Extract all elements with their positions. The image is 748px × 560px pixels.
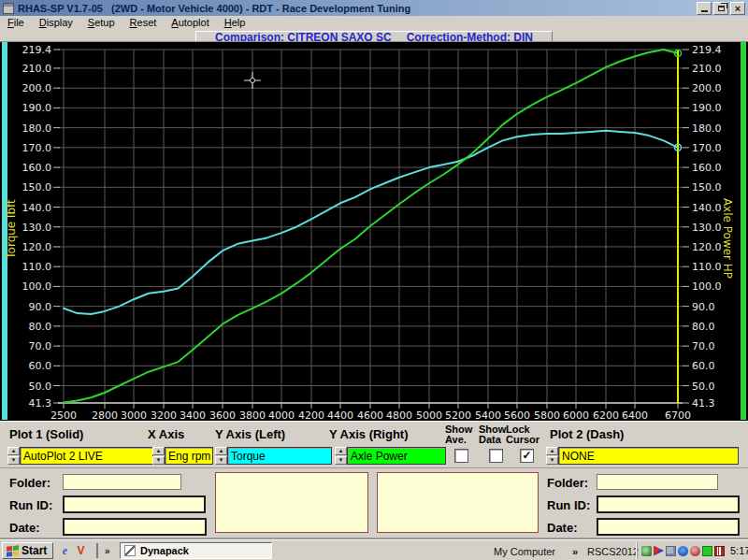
yaxis-right-label: Y Axis (Right): [329, 427, 409, 441]
cursor-line: [675, 50, 682, 403]
svg-text:60.0: 60.0: [29, 360, 52, 372]
svg-text:130.0: 130.0: [22, 222, 52, 234]
title-bar: RHAS-SP V1.7-05 (2WD - Motor Vehicle 400…: [0, 0, 748, 16]
svg-text:210.0: 210.0: [692, 63, 722, 75]
spin-up-icon[interactable]: ▲: [215, 447, 227, 455]
show-data-checkbox[interactable]: [489, 449, 503, 463]
runid-input-right[interactable]: [597, 495, 740, 513]
run-info-panel: Folder: Run ID: Date: Folder: Run ID: Da…: [0, 467, 748, 539]
svg-text:180.0: 180.0: [22, 122, 52, 135]
folder-input-left[interactable]: [63, 474, 181, 490]
date-label-left: Date:: [9, 521, 40, 535]
spin-down-icon[interactable]: ▼: [546, 456, 558, 465]
spin-up-icon[interactable]: ▲: [7, 447, 20, 455]
spin-up-icon[interactable]: ▲: [152, 447, 165, 455]
start-button[interactable]: Start: [2, 542, 53, 559]
svg-text:200.0: 200.0: [22, 82, 52, 94]
menu-display[interactable]: Display: [32, 17, 80, 28]
yaxis-left-select[interactable]: Torque: [227, 447, 332, 465]
svg-text:190.0: 190.0: [692, 102, 722, 114]
svg-text:100.0: 100.0: [692, 280, 722, 293]
svg-text:110.0: 110.0: [22, 261, 52, 273]
toolbar-my-computer[interactable]: My Computer: [494, 546, 555, 557]
minimize-icon: [701, 10, 708, 12]
spin-down-icon[interactable]: ▼: [152, 456, 165, 465]
svg-text:50.0: 50.0: [692, 381, 715, 393]
internet-explorer-icon[interactable]: e: [58, 544, 72, 558]
v-app-icon[interactable]: V: [74, 544, 88, 558]
spin-down-icon[interactable]: ▼: [335, 456, 347, 465]
menu-file[interactable]: File: [0, 17, 32, 28]
svg-text:150.0: 150.0: [692, 181, 722, 194]
document-icon: [96, 543, 98, 558]
right-axis-title: Axle Power HP: [721, 198, 734, 279]
spin-down-icon[interactable]: ▼: [7, 456, 20, 465]
menu-reset[interactable]: Reset: [122, 17, 165, 28]
close-icon: ×: [735, 4, 741, 13]
svg-text:170.0: 170.0: [22, 142, 52, 154]
show-data-label: ShowData: [479, 424, 506, 445]
folder-label-right: Folder:: [547, 476, 588, 490]
svg-text:90.0: 90.0: [29, 301, 52, 313]
right-axis-color-bar: [741, 42, 746, 420]
toolbar-chevron[interactable]: »: [572, 546, 578, 557]
plot2-spinner: ▲ ▼: [546, 447, 558, 465]
dyno-plot[interactable]: 219.4210.0200.0190.0180.0170.0160.0150.0…: [0, 42, 748, 422]
comparison-strip: Comparison: CITREON SAXO SCCorrection-Me…: [0, 28, 748, 41]
menu-help[interactable]: Help: [217, 17, 253, 28]
svg-text:180.0: 180.0: [692, 122, 722, 135]
tray-green-square-icon[interactable]: [702, 546, 712, 556]
svg-text:120.0: 120.0: [692, 241, 722, 253]
close-button[interactable]: ×: [730, 2, 745, 15]
date-input-left[interactable]: [63, 518, 207, 536]
app-icon: [3, 3, 14, 14]
restore-icon: [718, 6, 725, 11]
date-input-right[interactable]: [597, 518, 740, 536]
svg-text:70.0: 70.0: [692, 340, 715, 352]
plot2-select[interactable]: NONE: [558, 447, 739, 465]
svg-text:50.0: 50.0: [29, 381, 52, 393]
application-window: RHAS-SP V1.7-05 (2WD - Motor Vehicle 400…: [0, 0, 748, 560]
taskbar: Start e V » Dynapack My Computer » RSCS2…: [0, 539, 748, 560]
spin-up-icon[interactable]: ▲: [546, 447, 558, 455]
menu-bar: File Display Setup Reset Autoplot Help: [0, 16, 748, 28]
check-icon: ✓: [522, 449, 531, 462]
document-shortcut-icon[interactable]: [90, 544, 104, 558]
yaxis-right-select[interactable]: Axle Power: [347, 447, 446, 465]
svg-text:160.0: 160.0: [692, 162, 722, 174]
runid-label-left: Run ID:: [9, 498, 52, 512]
taskbar-clock[interactable]: 5:17 p.m.: [730, 545, 748, 556]
folder-label-left: Folder:: [9, 476, 50, 490]
spin-down-icon[interactable]: ▼: [215, 456, 227, 465]
plot1-label: Plot 1 (Solid): [9, 427, 83, 441]
spin-up-icon[interactable]: ▲: [335, 447, 347, 455]
menu-autoplot[interactable]: Autoplot: [164, 17, 216, 28]
windows-logo-icon: [7, 545, 19, 556]
tray-bluetooth-icon[interactable]: [678, 546, 688, 556]
mouse-crosshair-icon: [244, 72, 261, 89]
task-button-dynapack[interactable]: Dynapack: [120, 542, 272, 559]
runid-input-left[interactable]: [63, 495, 206, 513]
tray-red-ball-icon[interactable]: [690, 546, 700, 556]
menu-setup[interactable]: Setup: [80, 17, 122, 28]
toolbar-rscs2012[interactable]: RSCS2012: [587, 546, 639, 557]
notes-box-1[interactable]: [215, 472, 368, 533]
tray-green-badge-icon[interactable]: [641, 546, 652, 556]
quicklaunch-overflow-chevron[interactable]: »: [105, 546, 110, 556]
plot1-select[interactable]: AutoPlot 2 LIVE: [20, 447, 153, 465]
tray-chart-icon[interactable]: [714, 546, 725, 556]
notes-box-2[interactable]: [377, 472, 539, 533]
system-tray: 5:17 p.m.: [637, 542, 748, 559]
svg-text:100.0: 100.0: [22, 280, 52, 293]
svg-text:41.3: 41.3: [29, 397, 52, 409]
xaxis-select[interactable]: Eng rpm: [165, 447, 213, 465]
runid-label-right: Run ID:: [547, 498, 590, 512]
y-axis-left-labels: 219.4210.0200.0190.0180.0170.0160.0150.0…: [22, 44, 61, 409]
tray-network-computers-icon[interactable]: [666, 546, 676, 556]
minimize-button[interactable]: [697, 2, 712, 15]
tray-red-blue-arrows-icon[interactable]: [654, 546, 664, 556]
lock-cursor-checkbox[interactable]: ✓: [520, 449, 534, 463]
restore-button[interactable]: [713, 2, 728, 15]
folder-input-right[interactable]: [597, 474, 718, 490]
show-ave-checkbox[interactable]: [454, 449, 468, 463]
